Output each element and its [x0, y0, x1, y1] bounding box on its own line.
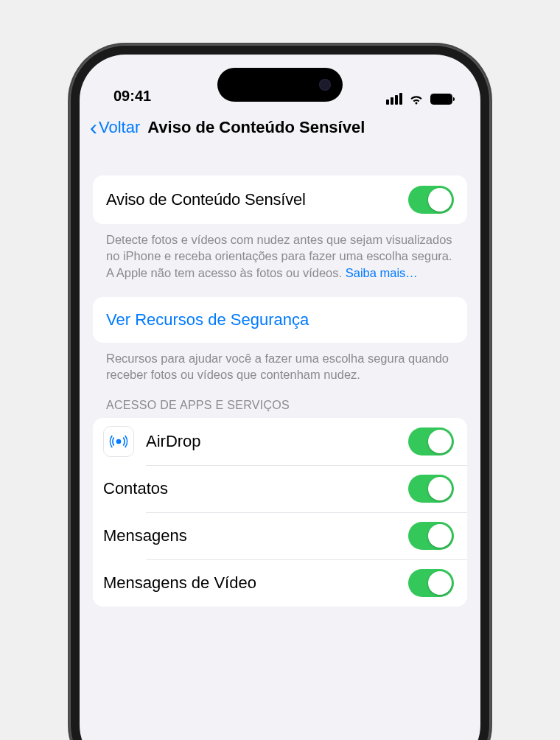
app-label: Mensagens — [103, 526, 396, 545]
sensitive-content-warning-toggle[interactable] — [408, 186, 454, 214]
cellular-signal-icon — [386, 93, 402, 105]
front-camera — [319, 79, 331, 91]
app-label: Contatos — [103, 479, 396, 498]
app-row-airdrop: AirDrop — [93, 418, 467, 465]
page-title: Aviso de Conteúdo Sensível — [147, 118, 470, 137]
wifi-icon — [408, 93, 424, 105]
app-row-messages: Mensagens — [93, 512, 467, 559]
status-time: 09:41 — [113, 88, 151, 105]
safety-footer-text: Recursos para ajudar você a fazer uma es… — [93, 343, 467, 383]
app-label: Mensagens de Vídeo — [103, 573, 396, 593]
apps-section-header: ACESSO DE APPS E SERVIÇOS — [93, 399, 467, 418]
battery-icon — [430, 94, 452, 105]
chevron-left-icon: ‹ — [90, 116, 97, 139]
sensitive-content-warning-row: Aviso de Conteúdo Sensível — [93, 175, 467, 224]
back-button[interactable]: ‹ Voltar — [90, 116, 140, 139]
back-label: Voltar — [99, 118, 140, 137]
phone-frame: 09:41 ‹ Voltar Aviso de Conteúdo Sensíve… — [69, 44, 491, 740]
learn-more-link[interactable]: Saiba mais… — [346, 266, 418, 279]
main-footer-text: Detecte fotos e vídeos com nudez antes q… — [93, 224, 467, 281]
navigation-bar: ‹ Voltar Aviso de Conteúdo Sensível — [80, 109, 480, 149]
video-messages-toggle[interactable] — [408, 569, 454, 597]
dynamic-island — [217, 68, 343, 102]
contacts-toggle[interactable] — [408, 475, 454, 503]
app-row-video-messages: Mensagens de Vídeo — [93, 559, 467, 607]
messages-toggle[interactable] — [408, 522, 454, 550]
screen: 09:41 ‹ Voltar Aviso de Conteúdo Sensíve… — [80, 55, 480, 740]
svg-point-0 — [116, 439, 122, 444]
sensitive-content-warning-label: Aviso de Conteúdo Sensível — [106, 190, 408, 209]
airdrop-icon — [103, 426, 134, 457]
view-safety-resources-button[interactable]: Ver Recursos de Segurança — [93, 297, 467, 343]
app-row-contacts: Contatos — [93, 465, 467, 512]
app-label: AirDrop — [146, 432, 396, 451]
airdrop-toggle[interactable] — [408, 427, 454, 455]
